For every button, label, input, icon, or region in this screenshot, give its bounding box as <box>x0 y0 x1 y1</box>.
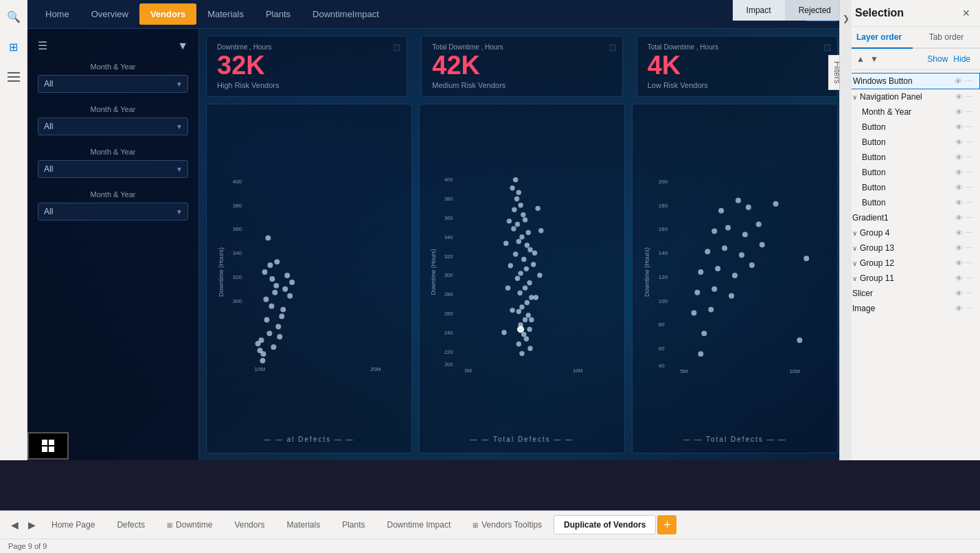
sidebar-icon-grid[interactable]: ⊞ <box>4 37 23 56</box>
layer-item-button-5[interactable]: Button 👁 ⋯ <box>845 180 980 195</box>
layer-more-group12[interactable]: ⋯ <box>966 259 973 268</box>
layer-more-slicer[interactable]: ⋯ <box>966 289 973 298</box>
layer-more-gradient1[interactable]: ⋯ <box>966 214 973 223</box>
filter-select-1[interactable]: All <box>38 75 188 93</box>
stat-value-high: 32K <box>217 52 396 78</box>
tab-prev-button[interactable]: ◀ <box>7 517 23 533</box>
layer-eye-windows-button[interactable]: 👁 <box>955 77 962 86</box>
layer-eye-group11[interactable]: 👁 <box>955 274 963 283</box>
nav-home[interactable]: Home <box>34 3 80 25</box>
filter-select-2[interactable]: All <box>38 117 188 135</box>
hide-button[interactable]: Hide <box>953 54 970 64</box>
layer-item-navigation-panel[interactable]: ∨ Navigation Panel 👁 ⋯ <box>845 89 980 104</box>
layer-more-button-3[interactable]: ⋯ <box>966 153 973 162</box>
tab-layer-order[interactable]: Layer order <box>845 27 913 49</box>
svg-point-75 <box>529 295 534 300</box>
sidebar-icon-search[interactable]: 🔍 <box>4 7 23 26</box>
chart-svg-high: Downtime (Hours) 400 380 360 340 320 300… <box>214 111 404 433</box>
layer-item-button-6[interactable]: Button 👁 ⋯ <box>845 195 980 210</box>
layer-item-button-1[interactable]: Button 👁 ⋯ <box>845 120 980 135</box>
windows-button[interactable] <box>27 432 69 460</box>
svg-text:380: 380 <box>233 203 242 209</box>
svg-point-115 <box>746 205 751 210</box>
layer-eye-navigation-panel[interactable]: 👁 <box>955 93 963 102</box>
filter-select-3[interactable]: All <box>38 160 188 178</box>
rejected-button[interactable]: Rejected <box>785 0 845 21</box>
canvas-top-buttons: Impact Rejected <box>733 0 845 21</box>
layer-eye-group4[interactable]: 👁 <box>955 229 963 238</box>
svg-point-63 <box>516 239 521 244</box>
page-tab-duplicate-vendors[interactable]: Duplicate of Vendors <box>554 515 656 534</box>
layer-eye-button-6[interactable]: 👁 <box>955 199 963 207</box>
layer-item-image[interactable]: Image 👁 ⋯ <box>845 301 980 316</box>
layer-eye-group12[interactable]: 👁 <box>955 259 963 268</box>
selection-title: Selection <box>855 7 904 19</box>
sidebar-icon-layers[interactable] <box>4 67 23 87</box>
layer-item-button-4[interactable]: Button 👁 ⋯ <box>845 165 980 180</box>
layer-item-gradient1[interactable]: Gradient1 👁 ⋯ <box>845 210 980 225</box>
layer-eye-button-5[interactable]: 👁 <box>955 183 963 192</box>
layer-item-group13[interactable]: ∨ Group 13 👁 ⋯ <box>845 240 980 256</box>
nav-plants[interactable]: Plants <box>255 3 301 25</box>
page-tab-downtime-impact[interactable]: Downtime Impact <box>377 515 461 534</box>
layer-eye-button-2[interactable]: 👁 <box>955 138 963 147</box>
layer-eye-button-1[interactable]: 👁 <box>955 123 963 132</box>
nav-materials[interactable]: Materials <box>196 3 255 25</box>
layer-more-button-1[interactable]: ⋯ <box>966 123 973 132</box>
layer-more-group13[interactable]: ⋯ <box>966 244 973 253</box>
layer-more-month-year[interactable]: ⋯ <box>966 108 973 117</box>
page-tab-vendors-tooltips[interactable]: ⊞ Vendors Tooltips <box>462 515 552 534</box>
layer-more-button-6[interactable]: ⋯ <box>966 199 973 207</box>
page-tab-defects[interactable]: Defects <box>106 515 155 534</box>
page-tab-plants[interactable]: Plants <box>332 515 375 534</box>
page-tab-vendors[interactable]: Vendors <box>224 515 275 534</box>
show-button[interactable]: Show <box>927 54 948 64</box>
layer-item-group11[interactable]: ∨ Group 11 👁 ⋯ <box>845 271 980 286</box>
tab-tab-order[interactable]: Tab order <box>913 27 980 49</box>
layer-item-windows-button[interactable]: Windows Button 👁 ⋯ <box>845 73 980 89</box>
collapse-bar[interactable]: ❯ <box>839 0 852 460</box>
layer-more-group11[interactable]: ⋯ <box>966 274 973 283</box>
layer-more-windows-button[interactable]: ⋯ <box>965 77 972 86</box>
layer-item-button-3[interactable]: Button 👁 ⋯ <box>845 150 980 165</box>
hamburger-icon[interactable]: ☰ <box>38 39 47 52</box>
arrow-up-btn[interactable]: ▲ <box>855 53 866 65</box>
layer-item-group4[interactable]: ∨ Group 4 👁 ⋯ <box>845 225 980 240</box>
layer-item-slicer[interactable]: Slicer 👁 ⋯ <box>845 286 980 301</box>
tab-next-button[interactable]: ▶ <box>24 517 40 533</box>
nav-vendors[interactable]: Vendors <box>139 3 196 25</box>
layer-eye-gradient1[interactable]: 👁 <box>955 214 963 223</box>
layer-more-button-5[interactable]: ⋯ <box>966 183 973 192</box>
stat-value-low: 4K <box>648 52 827 78</box>
close-icon[interactable]: ✕ <box>962 8 970 19</box>
svg-point-52 <box>510 185 514 190</box>
impact-button[interactable]: Impact <box>733 0 785 21</box>
layer-eye-slicer[interactable]: 👁 <box>955 289 963 298</box>
layer-eye-month-year[interactable]: 👁 <box>955 108 963 117</box>
layer-item-group12[interactable]: ∨ Group 12 👁 ⋯ <box>845 256 980 271</box>
layer-item-button-2[interactable]: Button 👁 ⋯ <box>845 135 980 150</box>
layer-more-button-2[interactable]: ⋯ <box>966 138 973 147</box>
page-tab-downtime[interactable]: ⊞ Downtime <box>157 515 223 534</box>
layer-eye-button-3[interactable]: 👁 <box>955 153 963 162</box>
layer-more-button-4[interactable]: ⋯ <box>966 168 973 177</box>
arrow-down-btn[interactable]: ▼ <box>869 53 880 65</box>
filter-select-4[interactable]: All <box>38 203 188 221</box>
layer-item-month-year[interactable]: Month & Year 👁 ⋯ <box>845 104 980 120</box>
layer-more-group4[interactable]: ⋯ <box>966 229 973 238</box>
layer-eye-group13[interactable]: 👁 <box>955 244 963 253</box>
layer-more-image[interactable]: ⋯ <box>966 304 973 313</box>
chevron-navigation-panel: ∨ <box>852 93 857 101</box>
svg-point-127 <box>732 273 738 278</box>
layer-more-navigation-panel[interactable]: ⋯ <box>966 93 973 102</box>
page-tab-home[interactable]: Home Page <box>41 515 105 534</box>
filter-icon[interactable]: ▼ <box>177 40 188 52</box>
add-tab-button[interactable]: + <box>657 515 676 534</box>
page-tab-materials[interactable]: Materials <box>276 515 330 534</box>
svg-text:20M: 20M <box>370 366 380 372</box>
layer-eye-image[interactable]: 👁 <box>955 304 963 313</box>
layer-eye-button-4[interactable]: 👁 <box>955 168 963 177</box>
nav-overview[interactable]: Overview <box>80 3 139 25</box>
nav-downtime-impact[interactable]: DowntimeImpact <box>301 3 390 25</box>
select-wrapper-3: All ▼ <box>38 160 188 178</box>
